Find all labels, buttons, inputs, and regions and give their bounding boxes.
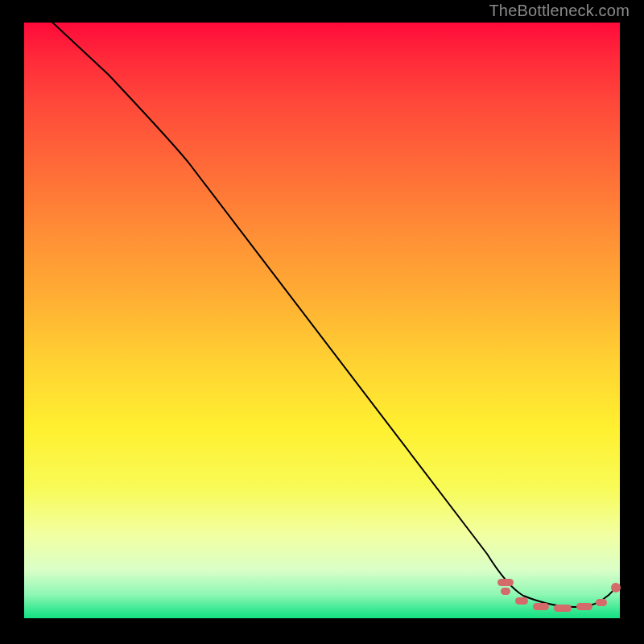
highlight-dash	[501, 588, 510, 595]
chart-stage: TheBottleneck.com	[0, 0, 644, 644]
highlight-dash	[596, 599, 607, 606]
highlight-dash	[576, 603, 592, 610]
highlight-dash	[533, 603, 549, 610]
main-curve	[48, 19, 616, 607]
highlight-dash	[554, 605, 572, 612]
end-point-marker	[611, 583, 621, 592]
attribution-label: TheBottleneck.com	[489, 2, 630, 20]
plot-overlay	[24, 23, 620, 618]
highlight-dash	[497, 579, 514, 586]
highlight-dash	[515, 597, 528, 605]
